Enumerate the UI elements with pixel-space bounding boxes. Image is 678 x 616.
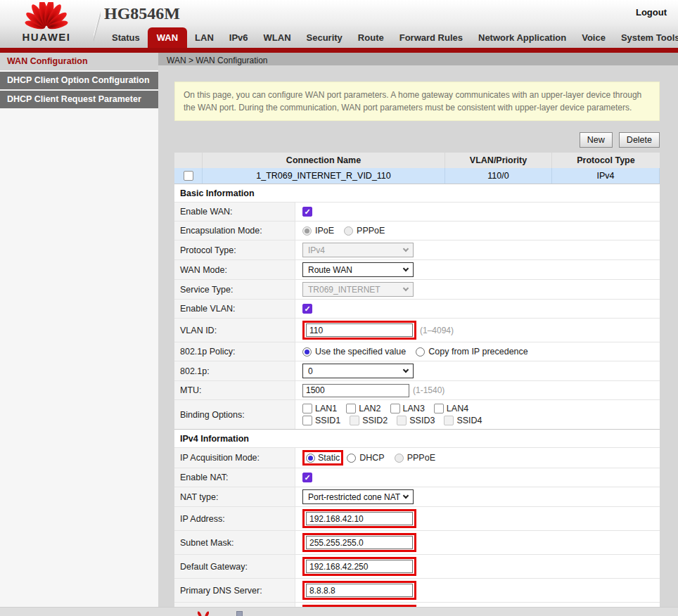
service-type-select[interactable]: TR069_INTERNET [302,282,414,297]
lan4-label: LAN4 [447,404,468,413]
static-mode-highlight: Static [302,450,343,466]
ssid1-checkbox[interactable] [302,416,312,425]
copy-ip-precedence-label: Copy from IP precedence [428,347,528,357]
ssid3-label: SSID3 [409,416,435,425]
header-checkbox-col [174,153,203,168]
row-service-type: Service Type: TR069_INTERNET [174,279,660,299]
static-option-label: Static [318,453,340,463]
ipoe-radio[interactable] [302,226,312,236]
logout-link[interactable]: Logout [636,7,667,18]
vlan-id-hint: (1–4094) [420,326,454,335]
huawei-flower-icon [24,2,69,32]
primary-dns-input[interactable] [306,584,413,597]
page-notice: On this page, you can configure WAN port… [174,82,660,121]
tab-lan[interactable]: LAN [187,29,222,48]
chevron-down-icon [403,367,409,373]
ssid2-checkbox[interactable] [350,416,359,425]
new-button[interactable]: New [580,132,613,148]
nat-type-label: NAT type: [174,487,295,506]
protocol-type-label: Protocol Type: [174,240,295,259]
lan3-label: LAN3 [403,404,425,413]
default-gateway-label: Default Gateway: [174,555,295,578]
mtu-input[interactable] [302,384,409,397]
row-protocol-type: Protocol Type: IPv4 [174,240,660,259]
row-ip-address: IP Address: [174,506,660,530]
pppoe-radio[interactable] [344,226,353,236]
connection-table-row[interactable]: 1_TR069_INTERNET_R_VID_110 110/0 IPv4 [174,168,660,184]
sidebar-item-wan-configuration[interactable]: WAN Configuration [0,53,158,70]
vlan-id-input[interactable] [306,323,413,337]
tab-route[interactable]: Route [350,29,392,48]
mtu-label: MTU: [174,381,295,399]
dhcp-radio[interactable] [347,454,356,463]
row-binding-options: Binding Options: LAN1 LAN2 LAN3 LAN4 SSI… [174,399,660,429]
default-gateway-input[interactable] [306,560,413,573]
col-connection-name: Connection Name [203,153,445,168]
static-radio[interactable] [306,454,315,463]
footer-logo-fragment [198,610,209,616]
section-basic-information: Basic Information [174,184,660,202]
lan1-checkbox[interactable] [302,404,312,413]
delete-button[interactable]: Delete [619,132,660,148]
copy-ip-precedence-radio[interactable] [416,347,425,357]
lan1-label: LAN1 [315,404,337,413]
sidebar-item-dhcp-client-request[interactable]: DHCP Client Request Parameter [0,91,158,108]
page-layout: WAN Configuration DHCP Client Option Con… [0,53,678,616]
ip-address-input[interactable] [306,512,413,525]
main-nav-tabs: Status WAN LAN IPv6 WLAN Security Route … [104,27,678,48]
8021p-select[interactable]: 0 [302,364,414,378]
lan4-checkbox[interactable] [434,404,444,413]
enable-nat-checkbox[interactable]: ✓ [302,473,312,482]
tab-security[interactable]: Security [299,29,350,48]
tab-voice[interactable]: Voice [574,29,613,48]
lan3-checkbox[interactable] [390,404,400,413]
ssid4-checkbox[interactable] [444,416,454,425]
row-nat-type: NAT type: Port-restricted cone NAT [174,487,660,506]
enable-wan-label: Enable WAN: [174,203,295,221]
ssid2-label: SSID2 [362,416,388,425]
device-model-title: HG8546M [104,4,180,23]
cell-vlan-priority: 110/0 [445,168,552,184]
8021p-policy-label: 802.1p Policy: [174,342,295,361]
wan-mode-select[interactable]: Route WAN [302,262,414,277]
enable-vlan-checkbox[interactable]: ✓ [302,304,312,314]
tab-wlan[interactable]: WLAN [256,29,299,48]
protocol-type-select[interactable]: IPv4 [302,243,414,257]
chevron-down-icon [403,285,409,291]
cell-connection-name: 1_TR069_INTERNET_R_VID_110 [203,168,445,184]
ip-acquisition-mode-label: IP Acquisition Mode: [174,448,295,468]
chevron-down-icon [403,266,409,271]
sidebar-item-dhcp-client-option[interactable]: DHCP Client Option Configuration [0,72,158,89]
ssid3-checkbox[interactable] [397,416,407,425]
8021p-value: 0 [308,366,313,376]
row-enable-wan: Enable WAN: ✓ [174,202,660,221]
breadcrumb: WAN > WAN Configuration [158,53,678,65]
row-mtu: MTU: (1-1540) [174,380,660,399]
accent-red-bar [0,48,678,53]
tab-wan[interactable]: WAN [148,27,187,48]
section-ipv4-information: IPv4 Information [174,429,660,447]
tab-system-tools[interactable]: System Tools [613,29,678,48]
brand-text: HUAWEI [8,32,84,42]
row-subnet-mask: Subnet Mask: [174,530,660,554]
tab-status[interactable]: Status [104,29,148,48]
use-specified-value-radio[interactable] [302,347,312,357]
tab-ipv6[interactable]: IPv6 [222,29,256,48]
config-panel: Connection Name VLAN/Priority Protocol T… [174,153,660,616]
lan2-label: LAN2 [359,404,380,413]
row-select-checkbox[interactable] [184,171,193,181]
tab-forward-rules[interactable]: Forward Rules [392,29,471,48]
row-vlan-id: VLAN ID: (1–4094) [174,318,660,342]
row-encapsulation-mode: Encapsulation Mode: IPoE PPPoE [174,221,660,240]
lan2-checkbox[interactable] [346,404,356,413]
cell-protocol-type: IPv4 [552,168,660,184]
ip-pppoe-radio[interactable] [395,454,404,463]
subnet-mask-input[interactable] [306,536,413,549]
nat-type-select[interactable]: Port-restricted cone NAT [302,489,414,504]
8021p-label: 802.1p: [174,361,295,380]
primary-dns-label: Primary DNS Server: [174,579,295,602]
enable-wan-checkbox[interactable]: ✓ [302,207,312,217]
service-type-label: Service Type: [174,280,295,299]
row-wan-mode: WAN Mode: Route WAN [174,259,660,279]
tab-network-application[interactable]: Network Application [471,29,574,48]
